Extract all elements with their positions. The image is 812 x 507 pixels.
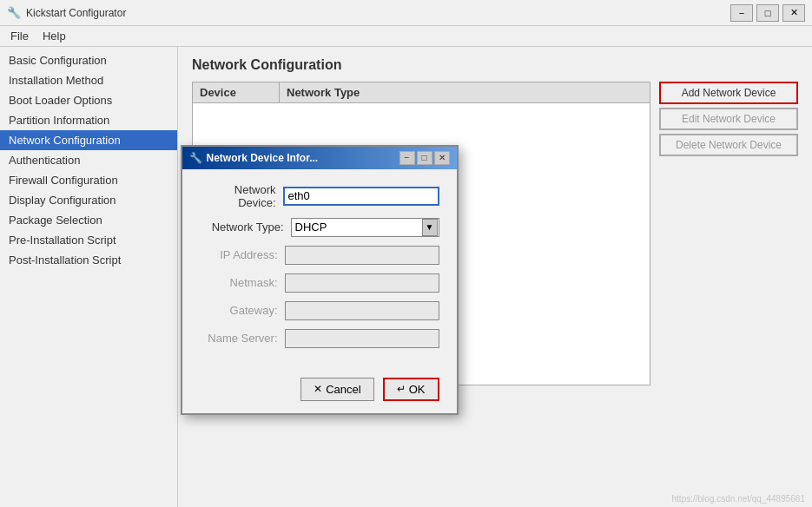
sidebar: Basic Configuration Installation Method … xyxy=(0,47,178,507)
modal-maximize-button[interactable]: □ xyxy=(417,151,432,165)
page-title: Network Configuration xyxy=(192,57,798,73)
network-type-label: Network Type: xyxy=(200,221,291,234)
network-device-modal: 🔧 Network Device Infor... − □ ✕ Network … xyxy=(181,145,459,415)
sidebar-item-bootloader[interactable]: Boot Loader Options xyxy=(0,90,177,110)
modal-title-text: Network Device Infor... xyxy=(207,152,319,164)
ip-address-row: IP Address: xyxy=(200,246,439,265)
col-device: Device xyxy=(193,82,280,102)
table-header: Device Network Type xyxy=(193,82,650,103)
modal-title-controls: − □ ✕ xyxy=(399,151,450,165)
sidebar-item-network[interactable]: Network Configuration xyxy=(0,130,177,150)
ip-address-label: IP Address: xyxy=(200,248,285,261)
edit-network-device-button[interactable]: Edit Network Device xyxy=(659,108,798,130)
app-icon: 🔧 xyxy=(7,6,21,20)
gateway-label: Gateway: xyxy=(200,304,285,317)
menu-bar: File Help xyxy=(0,26,812,47)
cancel-button[interactable]: ✕ Cancel xyxy=(300,378,373,401)
sidebar-item-postscript[interactable]: Post-Installation Script xyxy=(0,250,177,270)
netmask-row: Netmask: xyxy=(200,273,439,293)
title-bar: 🔧 Kickstart Configurator − □ ✕ xyxy=(0,0,812,26)
sidebar-item-auth[interactable]: Authentication xyxy=(0,150,177,170)
col-network-type: Network Type xyxy=(280,82,366,102)
delete-network-device-button[interactable]: Delete Network Device xyxy=(659,134,798,156)
modal-title-icon: 🔧 xyxy=(189,152,201,164)
ok-label: OK xyxy=(409,383,426,396)
cancel-icon: ✕ xyxy=(314,383,322,395)
network-type-select-wrapper: DHCP Static IP BOOTP ▼ xyxy=(291,218,439,237)
sidebar-item-display[interactable]: Display Configuration xyxy=(0,190,177,210)
sidebar-item-firewall[interactable]: Firewall Configuration xyxy=(0,170,177,190)
modal-minimize-button[interactable]: − xyxy=(399,151,415,165)
add-network-device-button[interactable]: Add Network Device xyxy=(659,82,798,104)
network-type-row: Network Type: DHCP Static IP BOOTP ▼ xyxy=(200,218,439,237)
close-button[interactable]: ✕ xyxy=(782,4,805,22)
sidebar-item-basic[interactable]: Basic Configuration xyxy=(0,50,177,70)
name-server-input[interactable] xyxy=(285,329,439,348)
menu-file[interactable]: File xyxy=(3,28,36,44)
gateway-row: Gateway: xyxy=(200,301,439,320)
title-bar-left: 🔧 Kickstart Configurator xyxy=(7,6,126,20)
ok-button[interactable]: ↵ OK xyxy=(383,378,439,401)
title-bar-controls: − □ ✕ xyxy=(730,4,805,22)
network-device-input[interactable] xyxy=(283,187,439,206)
name-server-label: Name Server: xyxy=(200,332,285,345)
modal-footer: ✕ Cancel ↵ OK xyxy=(182,371,457,413)
modal-title-left: 🔧 Network Device Infor... xyxy=(189,152,319,164)
modal-close-button[interactable]: ✕ xyxy=(434,151,450,165)
menu-help[interactable]: Help xyxy=(36,28,73,44)
ip-address-input[interactable] xyxy=(285,246,439,265)
maximize-button[interactable]: □ xyxy=(756,4,779,22)
app-title: Kickstart Configurator xyxy=(26,7,126,19)
ok-icon: ↵ xyxy=(397,383,406,395)
sidebar-item-partition[interactable]: Partition Information xyxy=(0,110,177,130)
network-device-row: Network Device: xyxy=(200,183,439,209)
sidebar-item-prescript[interactable]: Pre-Installation Script xyxy=(0,230,177,250)
network-device-label: Network Device: xyxy=(200,183,283,209)
sidebar-item-install[interactable]: Installation Method xyxy=(0,70,177,90)
sidebar-item-packages[interactable]: Package Selection xyxy=(0,210,177,230)
netmask-input[interactable] xyxy=(285,273,439,293)
watermark: https://blog.csdn.net/qq_44895681 xyxy=(672,494,805,504)
netmask-label: Netmask: xyxy=(200,276,285,289)
gateway-input[interactable] xyxy=(285,301,439,320)
modal-body: Network Device: Network Type: DHCP Stati… xyxy=(182,169,457,371)
action-buttons: Add Network Device Edit Network Device D… xyxy=(659,82,798,385)
modal-title-bar: 🔧 Network Device Infor... − □ ✕ xyxy=(182,147,457,169)
minimize-button[interactable]: − xyxy=(730,4,753,22)
cancel-label: Cancel xyxy=(326,383,360,396)
network-type-select[interactable]: DHCP Static IP BOOTP xyxy=(291,218,439,237)
name-server-row: Name Server: xyxy=(200,329,439,348)
